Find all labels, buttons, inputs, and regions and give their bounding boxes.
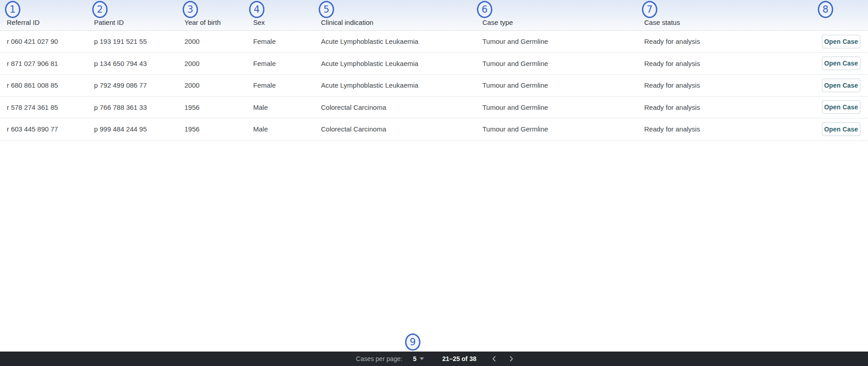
table-row: r 680 861 008 85 p 792 499 086 77 2000 F… xyxy=(0,75,868,97)
cell-clinical-indication: Acute Lymphoblastic Leukaemia xyxy=(321,81,482,89)
cell-case-status: Ready for analysis xyxy=(644,125,822,133)
cell-clinical-indication: Acute Lymphoblastic Leukaemia xyxy=(321,60,482,67)
table-row: r 603 445 890 77 p 999 484 244 95 1956 M… xyxy=(0,118,868,141)
column-header-actions xyxy=(822,26,868,30)
cell-case-type: Tumour and Germline xyxy=(482,38,644,45)
cell-referral-id: r 578 274 361 85 xyxy=(7,103,94,111)
column-header-patient-id: Patient ID xyxy=(94,19,184,30)
cell-clinical-indication: Colorectal Carcinoma xyxy=(321,103,482,111)
cell-case-type: Tumour and Germline xyxy=(482,81,644,89)
cell-patient-id: p 792 499 086 77 xyxy=(94,81,184,89)
cases-per-page-value: 5 xyxy=(413,355,417,362)
cell-referral-id: r 060 421 027 90 xyxy=(7,38,94,45)
open-case-button[interactable]: Open Case xyxy=(822,35,860,48)
cell-year-of-birth: 1956 xyxy=(184,125,253,133)
cell-clinical-indication: Colorectal Carcinoma xyxy=(321,125,482,133)
annotation-marker-3: 3 xyxy=(183,1,198,18)
chevron-right-icon xyxy=(508,356,514,362)
annotation-marker-7: 7 xyxy=(642,1,657,18)
cases-per-page-dropdown[interactable]: 5 xyxy=(409,352,428,366)
cell-case-status: Ready for analysis xyxy=(644,60,822,67)
table-header-row: Referral ID Patient ID Year of birth Sex… xyxy=(0,0,868,31)
pagination-bar: Cases per page: 5 21–25 of 38 xyxy=(0,352,868,366)
cell-case-type: Tumour and Germline xyxy=(482,60,644,67)
next-page-button[interactable] xyxy=(505,352,517,366)
cell-referral-id: r 680 861 008 85 xyxy=(7,81,94,89)
cell-sex: Male xyxy=(253,103,321,111)
cell-sex: Female xyxy=(253,81,321,89)
cell-patient-id: p 766 788 361 33 xyxy=(94,103,184,111)
cell-year-of-birth: 2000 xyxy=(184,60,253,67)
cell-referral-id: r 871 027 906 81 xyxy=(7,60,94,67)
open-case-button[interactable]: Open Case xyxy=(822,79,860,92)
table-row: r 871 027 906 81 p 134 650 794 43 2000 F… xyxy=(0,53,868,75)
cell-sex: Female xyxy=(253,60,321,67)
cell-case-status: Ready for analysis xyxy=(644,81,822,89)
annotation-marker-1: 1 xyxy=(5,1,20,18)
cell-patient-id: p 193 191 521 55 xyxy=(94,38,184,45)
cell-year-of-birth: 1956 xyxy=(184,103,253,111)
annotation-marker-8: 8 xyxy=(818,1,833,18)
cell-clinical-indication: Acute Lymphoblastic Leukaemia xyxy=(321,38,482,45)
column-header-case-status: Case status xyxy=(644,19,822,30)
column-header-sex: Sex xyxy=(253,19,321,30)
annotation-marker-2: 2 xyxy=(92,1,108,18)
column-header-year-of-birth: Year of birth xyxy=(184,19,253,30)
cell-sex: Male xyxy=(253,125,321,133)
column-header-case-type: Case type xyxy=(482,19,644,30)
annotation-marker-6: 6 xyxy=(477,1,492,18)
open-case-button[interactable]: Open Case xyxy=(822,56,860,70)
open-case-button[interactable]: Open Case xyxy=(822,122,860,136)
cell-patient-id: p 134 650 794 43 xyxy=(94,60,184,67)
cell-patient-id: p 999 484 244 95 xyxy=(94,125,184,133)
cell-case-type: Tumour and Germline xyxy=(482,103,644,111)
cell-year-of-birth: 2000 xyxy=(184,81,253,89)
caret-down-icon xyxy=(420,357,424,360)
cell-case-status: Ready for analysis xyxy=(644,38,822,45)
column-header-clinical-indication: Clinical indication xyxy=(321,19,482,30)
column-header-referral-id: Referral ID xyxy=(7,19,94,30)
cell-year-of-birth: 2000 xyxy=(184,38,253,45)
page-range-text: 21–25 of 38 xyxy=(442,352,477,366)
annotation-marker-4: 4 xyxy=(249,1,264,18)
cell-case-type: Tumour and Germline xyxy=(482,125,644,133)
cell-case-status: Ready for analysis xyxy=(644,103,822,111)
annotation-marker-5: 5 xyxy=(319,1,334,18)
chevron-left-icon xyxy=(491,356,497,362)
cases-per-page-label: Cases per page: xyxy=(330,352,402,366)
annotation-marker-9: 9 xyxy=(405,333,420,351)
open-case-button[interactable]: Open Case xyxy=(822,100,860,114)
table-row: r 060 421 027 90 p 193 191 521 55 2000 F… xyxy=(0,31,868,53)
cell-sex: Female xyxy=(253,38,321,45)
previous-page-button[interactable] xyxy=(488,352,500,366)
table-row: r 578 274 361 85 p 766 788 361 33 1956 M… xyxy=(0,97,868,119)
cell-referral-id: r 603 445 890 77 xyxy=(7,125,94,133)
